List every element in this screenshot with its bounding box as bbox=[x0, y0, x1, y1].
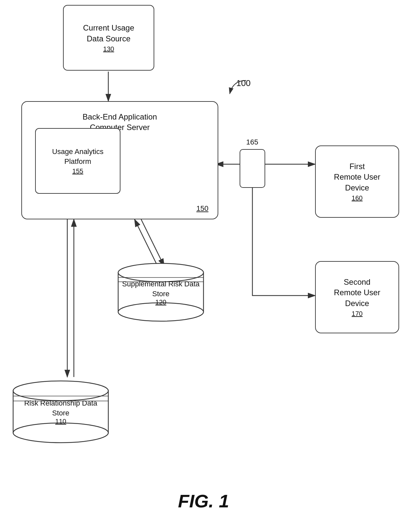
back-end-server-box: Back-End ApplicationComputer Server Usag… bbox=[21, 101, 218, 219]
back-end-server-id: 150 bbox=[196, 204, 208, 213]
usage-analytics-id: 155 bbox=[72, 167, 83, 175]
second-remote-id: 170 bbox=[352, 310, 362, 318]
ref-arrow-svg bbox=[226, 77, 253, 103]
supplemental-risk-cylinder: Supplemental Risk DataStore 120 bbox=[115, 259, 207, 325]
first-remote-device-box: FirstRemote UserDevice 160 bbox=[315, 145, 399, 218]
svg-point-21 bbox=[13, 423, 108, 443]
current-usage-data-source-box: Current Usage Data Source 130 bbox=[63, 5, 154, 71]
svg-line-10 bbox=[135, 219, 158, 266]
current-usage-label: Current Usage Data Source bbox=[83, 23, 134, 44]
usage-analytics-box: Usage AnalyticsPlatform 155 bbox=[35, 128, 120, 194]
supplemental-risk-id: 120 bbox=[155, 299, 166, 306]
supplemental-risk-label: Supplemental Risk DataStore bbox=[122, 280, 200, 298]
risk-relationship-id: 110 bbox=[55, 418, 66, 425]
current-usage-id: 130 bbox=[103, 45, 114, 53]
first-remote-id: 160 bbox=[352, 194, 362, 202]
network-node-id: 165 bbox=[246, 138, 258, 146]
risk-relationship-cylinder: Risk Relationship DataStore 110 bbox=[10, 377, 112, 446]
diagram-container: Current Usage Data Source 130 100 Back-E… bbox=[0, 0, 407, 532]
fig-label: FIG. 1 bbox=[0, 490, 407, 512]
svg-point-20 bbox=[13, 381, 108, 401]
second-remote-device-box: SecondRemote UserDevice 170 bbox=[315, 261, 399, 333]
first-remote-label: FirstRemote UserDevice bbox=[334, 161, 380, 193]
second-remote-label: SecondRemote UserDevice bbox=[334, 277, 380, 309]
risk-relationship-label: Risk Relationship DataStore bbox=[24, 399, 97, 417]
network-node-box bbox=[240, 149, 265, 188]
usage-analytics-label: Usage AnalyticsPlatform bbox=[52, 147, 104, 166]
svg-line-9 bbox=[141, 219, 164, 266]
